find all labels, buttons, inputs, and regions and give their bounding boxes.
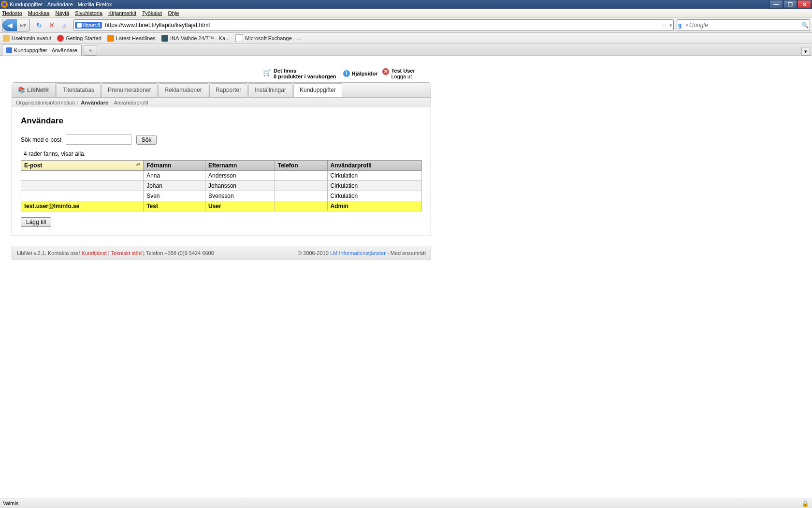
bookmark-star-icon[interactable]: ☆ <box>661 21 667 29</box>
url-input[interactable] <box>104 20 659 30</box>
users-table: E-post▴▾ Förnamn Efternamn Telefon Använ… <box>21 160 422 211</box>
bookmark-latest-headlines[interactable]: Latest Headlines <box>107 35 156 42</box>
home-button[interactable]: ⌂ <box>60 21 69 30</box>
menu-history[interactable]: Sivuhistoria <box>75 10 102 16</box>
cart-summary[interactable]: Det finns0 produkter i varukorgen <box>263 68 336 79</box>
bookmark-getting-started[interactable]: Getting Started <box>57 35 102 42</box>
table-cell <box>275 171 327 181</box>
user-name: Test User <box>391 68 415 74</box>
browser-navbar: ◀ ▸▾ ↻ ✕ ⌂ libnet.fi ☆ ▾ ▾ 🔍 <box>0 18 812 33</box>
tab-reklamationer[interactable]: Reklamationer <box>159 83 208 97</box>
table-cell <box>21 171 144 181</box>
search-bar[interactable]: ▾ 🔍 <box>677 19 810 31</box>
tab-kunduppgifter[interactable]: Kunduppgifter <box>293 83 342 97</box>
help-label: Hjälpsidor <box>352 71 378 76</box>
table-cell: test.user@lminfo.se <box>21 201 144 211</box>
help-link[interactable]: i Hjälpsidor <box>343 70 378 77</box>
table-cell: Anna <box>144 171 205 181</box>
tab-rapporter[interactable]: Rapporter <box>209 83 247 97</box>
page-footer: LibNet v.2.1. Kontakta oss! Kundtjänst |… <box>12 246 431 260</box>
search-go-icon[interactable]: 🔍 <box>801 22 809 29</box>
bookmark-exchange[interactable]: Microsoft Exchange - ... <box>235 34 301 42</box>
col-efternamn[interactable]: Efternamn <box>205 161 275 171</box>
bookmark-ina-vaihde[interactable]: INA-Vaihde 24/7™ - Ka... <box>161 35 230 42</box>
window-titlebar: Kunduppgifter - Användare - Mozilla Fire… <box>0 0 812 9</box>
page-heading: Användare <box>21 116 422 126</box>
tab-prenumerationer[interactable]: Prenumerationer <box>102 83 157 97</box>
maximize-button[interactable]: ❐ <box>783 0 797 9</box>
search-input[interactable] <box>688 21 799 29</box>
tab-installningar[interactable]: Inställningar <box>248 83 292 97</box>
bookmark-most-visited[interactable]: Useimmin avatut <box>3 35 51 42</box>
menu-view[interactable]: Näytä <box>55 10 69 16</box>
table-cell: Cirkulation <box>327 191 421 201</box>
table-cell <box>275 201 327 211</box>
table-cell <box>275 191 327 201</box>
footer-suffix: - Med ensamrätt <box>387 250 426 256</box>
menu-help[interactable]: Ohje <box>168 10 179 16</box>
forward-button[interactable]: ▸▾ <box>17 22 29 29</box>
url-dropdown-icon[interactable]: ▾ <box>669 22 672 29</box>
minimize-button[interactable]: — <box>769 0 783 9</box>
browser-menubar: Tiedosto Muokkaa Näytä Sivuhistoria Kirj… <box>0 9 812 18</box>
sub-tabs: Organisationsinformation| Användare| Anv… <box>12 97 431 107</box>
logout-icon[interactable]: ✕ <box>382 68 389 75</box>
status-text: Valmis <box>3 500 18 506</box>
footer-link-lm[interactable]: LM Informationstjänster <box>330 250 386 256</box>
site-identity[interactable]: libnet.fi <box>75 22 102 29</box>
bookmarks-toolbar: Useimmin avatut Getting Started Latest H… <box>0 33 812 44</box>
window-title: Kunduppgifter - Användare - Mozilla Fire… <box>10 1 112 7</box>
table-cell: User <box>205 201 275 211</box>
browser-tab[interactable]: Kunduppgifter - Användare <box>2 45 82 56</box>
brand-logo[interactable]: LibNet® <box>12 83 56 97</box>
tab-title: Kunduppgifter - Användare <box>14 47 77 53</box>
logout-link[interactable]: Logga ut <box>391 74 412 79</box>
close-button[interactable]: ✕ <box>798 0 811 9</box>
add-button[interactable]: Lägg till <box>21 217 51 227</box>
col-profil[interactable]: Användarprofil <box>327 161 421 171</box>
table-cell <box>275 181 327 191</box>
table-cell: Svensson <box>205 191 275 201</box>
subtab-anvandare[interactable]: Användare <box>81 100 108 105</box>
reload-button[interactable]: ↻ <box>35 21 44 30</box>
subtab-anvandarprofil[interactable]: Användarprofil <box>114 100 148 105</box>
table-cell <box>21 181 144 191</box>
footer-link-tekniskt[interactable]: Tekniskt stöd <box>111 250 142 256</box>
table-row[interactable]: test.user@lminfo.seTestUserAdmin <box>21 201 422 211</box>
sort-icon: ▴▾ <box>136 162 140 166</box>
url-bar[interactable]: libnet.fi ☆ ▾ <box>73 19 674 31</box>
table-row[interactable]: AnnaAnderssonCirkulation <box>21 171 422 181</box>
table-cell: Cirkulation <box>327 181 421 191</box>
table-cell: Johansson <box>205 181 275 191</box>
tab-list-dropdown-icon[interactable]: ▾ <box>801 47 810 56</box>
email-search-input[interactable] <box>66 134 131 145</box>
footer-link-kundtjanst[interactable]: Kundtjänst <box>82 250 107 256</box>
menu-file[interactable]: Tiedosto <box>2 10 22 16</box>
stop-button[interactable]: ✕ <box>47 21 56 30</box>
new-tab-button[interactable]: + <box>84 45 97 56</box>
tab-titeldatabas[interactable]: Titeldatabas <box>57 83 101 97</box>
menu-bookmarks[interactable]: Kirjanmerkit <box>108 10 136 16</box>
subtab-organisation[interactable]: Organisationsinformation <box>16 100 75 105</box>
col-fornamn[interactable]: Förnamn <box>144 161 205 171</box>
table-cell: Cirkulation <box>327 171 421 181</box>
search-button[interactable]: Sök <box>136 135 157 145</box>
col-email[interactable]: E-post▴▾ <box>21 161 144 171</box>
menu-edit[interactable]: Muokkaa <box>28 10 50 16</box>
table-row[interactable]: SvenSvenssonCirkulation <box>21 191 422 201</box>
menu-tools[interactable]: Työkalut <box>142 10 162 16</box>
firefox-icon <box>1 1 8 8</box>
cart-line2: 0 produkter i varukorgen <box>274 74 336 79</box>
table-row[interactable]: JohanJohanssonCirkulation <box>21 181 422 191</box>
table-cell: Admin <box>327 201 421 211</box>
table-cell: Johan <box>144 181 205 191</box>
back-button[interactable]: ◀ <box>2 19 17 31</box>
lock-icon: 🔒 <box>801 500 809 507</box>
main-tabs: LibNet® Titeldatabas Prenumerationer Rek… <box>12 83 431 97</box>
cart-line1: Det finns <box>274 68 336 74</box>
table-cell: Andersson <box>205 171 275 181</box>
table-cell: Test <box>144 201 205 211</box>
col-telefon[interactable]: Telefon <box>275 161 327 171</box>
result-count: 4 rader fanns, visar alla. <box>24 150 422 157</box>
search-label: Sök med e-post <box>21 136 61 143</box>
